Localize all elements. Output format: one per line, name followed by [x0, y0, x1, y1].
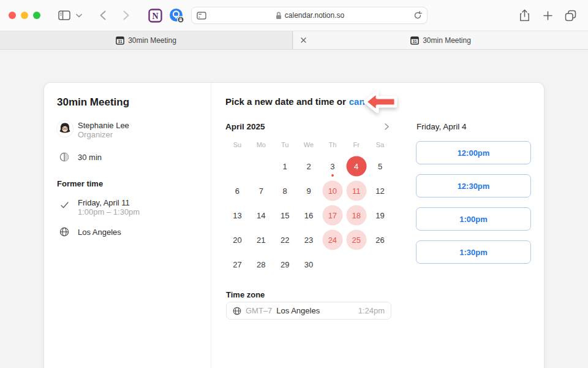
time-slot-button[interactable]: 12:00pm: [416, 141, 531, 164]
calendar-day-21[interactable]: 21: [249, 228, 273, 252]
weekday-label: Su: [225, 141, 249, 148]
calendar-day-24[interactable]: 24: [320, 228, 344, 252]
calendar-day-1[interactable]: 1: [273, 154, 297, 178]
timezone-selector[interactable]: GMT–7 Los Angeles 1:24pm: [226, 302, 391, 320]
tab-title: 30min Meeting: [423, 36, 471, 45]
tab-close-button[interactable]: [298, 35, 309, 45]
onepassword-icon: [169, 8, 184, 23]
calendar-day-empty: [344, 252, 368, 277]
month-label: April 2025: [225, 122, 265, 131]
calendar-day-26[interactable]: 26: [368, 228, 392, 252]
calendar-day-25[interactable]: 25: [344, 228, 368, 252]
calendar-day-19[interactable]: 19: [368, 203, 392, 228]
calendar-day-13[interactable]: 13: [225, 203, 249, 228]
annotation-arrow-icon: [363, 88, 398, 115]
calendar-day-15[interactable]: 15: [273, 203, 297, 228]
meeting-title: 30min Meeting: [57, 96, 129, 109]
weekday-label: Fr: [344, 141, 368, 148]
timezone-city: Los Angeles: [276, 306, 320, 315]
calendar-day-14[interactable]: 14: [249, 203, 273, 228]
time-slot-button[interactable]: 12:30pm: [416, 174, 531, 197]
calendar-day-10[interactable]: 10: [320, 178, 344, 203]
window-zoom-button[interactable]: [33, 12, 40, 19]
timezone-current-time: 1:24pm: [358, 306, 385, 315]
calendar-day-empty: [225, 154, 249, 178]
chevron-right-icon: [385, 123, 389, 130]
calendar-day-7[interactable]: 7: [249, 178, 273, 203]
window-minimize-button[interactable]: [21, 12, 28, 19]
weekday-label: Mo: [249, 141, 273, 148]
onepassword-extension-button[interactable]: [169, 8, 184, 23]
calendar-day-11[interactable]: 11: [344, 178, 368, 203]
weekday-label: Th: [320, 141, 344, 148]
calendar-day-23[interactable]: 23: [297, 228, 321, 252]
tab-30min-meeting-1[interactable]: 31 30min Meeting: [0, 31, 293, 49]
browser-toolbar: N calendar.notion.so: [0, 0, 588, 31]
former-time-row: Friday, April 11 1:00pm – 1:30pm: [57, 198, 140, 217]
weekday-row: SuMoTuWeThFrSa: [225, 141, 392, 148]
calendar-day-12[interactable]: 12: [368, 178, 392, 203]
check-icon: [57, 198, 72, 209]
next-month-button[interactable]: [381, 121, 392, 132]
new-tab-button[interactable]: [540, 8, 555, 23]
calendar-day-29[interactable]: 29: [273, 252, 297, 277]
share-button[interactable]: [517, 8, 532, 23]
calendar-month-header: April 2025: [225, 121, 392, 132]
former-range: 1:00pm – 1:30pm: [78, 207, 140, 217]
calendar-day-18[interactable]: 18: [344, 203, 368, 228]
globe-icon: [233, 307, 241, 315]
notion-icon: N: [148, 9, 162, 23]
calendar-day-27[interactable]: 27: [225, 252, 249, 277]
close-icon: [301, 37, 306, 43]
forward-button[interactable]: [119, 8, 134, 23]
time-slot-button[interactable]: 1:00pm: [416, 207, 531, 231]
calendar-day-empty: [368, 252, 392, 277]
url-text: calendar.notion.so: [285, 11, 344, 20]
location-row: Los Angeles: [57, 227, 121, 237]
back-icon: [100, 10, 106, 20]
organizer-role: Organizer: [78, 130, 129, 140]
calendar-day-20[interactable]: 20: [225, 228, 249, 252]
calendar-day-16[interactable]: 16: [297, 203, 321, 228]
svg-text:31: 31: [118, 39, 123, 44]
calendar-day-5[interactable]: 5: [368, 154, 392, 178]
former-date: Friday, April 11: [78, 198, 140, 207]
calendar-day-28[interactable]: 28: [249, 252, 273, 277]
tab-30min-meeting-2[interactable]: 31 30min Meeting: [293, 31, 588, 49]
calendar-day-8[interactable]: 8: [273, 178, 297, 203]
window-close-button[interactable]: [9, 12, 16, 19]
selected-day-heading: Friday, April 4: [417, 122, 467, 131]
duration-row: 30 min: [57, 152, 102, 162]
calendar-day-empty: [249, 154, 273, 178]
calendar-day-17[interactable]: 17: [320, 203, 344, 228]
back-button[interactable]: [96, 8, 110, 23]
website-settings-icon[interactable]: [197, 12, 206, 20]
svg-text:31: 31: [413, 39, 418, 44]
panel-divider: [211, 83, 211, 368]
sidebar-toggle-button[interactable]: [57, 8, 72, 23]
calendar-favicon: 31: [410, 36, 419, 45]
globe-icon: [57, 227, 72, 237]
reload-button[interactable]: [413, 11, 422, 20]
calendar-day-4[interactable]: 4: [344, 154, 368, 178]
calendar-day-6[interactable]: 6: [225, 178, 249, 203]
time-slot-button[interactable]: 1:30pm: [416, 240, 531, 264]
notion-extension-button[interactable]: N: [148, 8, 162, 23]
calendar-day-empty: [320, 252, 344, 277]
calendar-day-30[interactable]: 30: [297, 252, 321, 277]
organizer-avatar: [57, 121, 73, 137]
address-bar[interactable]: calendar.notion.so: [191, 7, 428, 24]
weekday-label: Sa: [368, 141, 392, 148]
calendar-day-9[interactable]: 9: [297, 178, 321, 203]
sidebar-menu-button[interactable]: [74, 8, 85, 23]
calendar-day-2[interactable]: 2: [297, 154, 321, 178]
today-dot: [331, 174, 334, 177]
organizer-name: Stephanie Lee: [78, 121, 129, 130]
timezone-label: Time zone: [226, 290, 265, 299]
picker-heading: Pick a new date and time orcancel: [225, 96, 377, 107]
calendar-day-22[interactable]: 22: [273, 228, 297, 252]
booking-card: 30min Meeting Stephanie Lee Organizer 30…: [44, 83, 544, 368]
calendar-day-3[interactable]: 3: [320, 154, 344, 178]
tab-bar: 31 30min Meeting 31 30min Meeting: [0, 31, 588, 50]
tab-overview-button[interactable]: [563, 8, 578, 23]
